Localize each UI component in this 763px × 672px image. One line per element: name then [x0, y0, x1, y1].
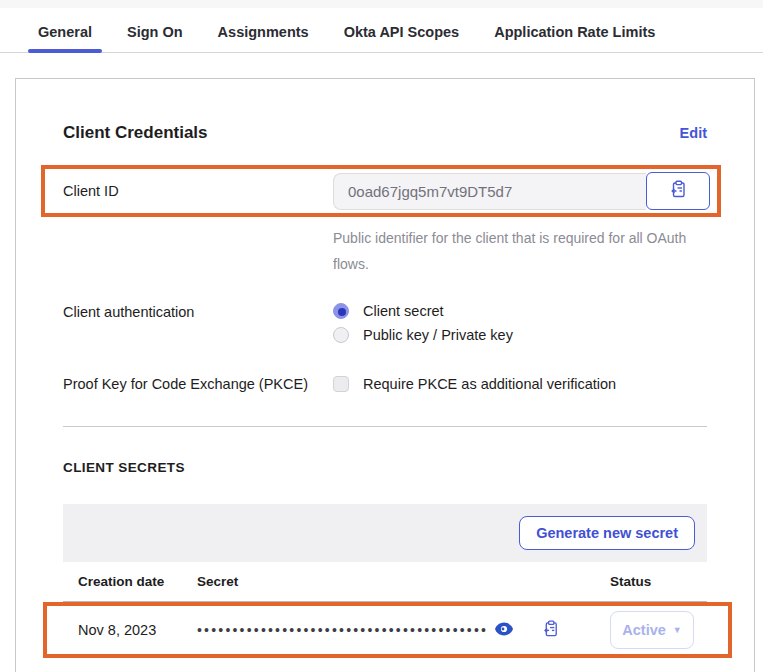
copy-client-id-button[interactable]: [646, 172, 710, 210]
radio-public-private-key-label: Public key / Private key: [363, 327, 513, 343]
table-header-row: Creation date Secret Status: [63, 562, 707, 602]
client-secrets-heading: CLIENT SECRETS: [63, 460, 707, 475]
secret-value-cell: ••••••••••••••••••••••••••••••••••••••••…: [197, 620, 610, 641]
clipboard-copy-icon: [669, 180, 688, 202]
window-top-strip: [0, 0, 763, 8]
pkce-label: Proof Key for Code Exchange (PKCE): [63, 375, 333, 392]
status-label: Active: [622, 622, 666, 638]
client-id-input[interactable]: [333, 173, 646, 210]
eye-icon: [494, 622, 514, 639]
pkce-option[interactable]: Require PKCE as additional verification: [333, 375, 616, 392]
tab-okta-api-scopes[interactable]: Okta API Scopes: [334, 18, 470, 52]
tab-assignments[interactable]: Assignments: [208, 18, 319, 52]
copy-secret-button[interactable]: [542, 620, 560, 641]
header-status: Status: [610, 574, 707, 589]
client-id-help-text: Public identifier for the client that is…: [333, 225, 695, 277]
client-credentials-card: Client Credentials Edit Client ID Public…: [15, 78, 755, 672]
tab-general[interactable]: General: [28, 18, 102, 52]
secret-status-cell: Active ▼: [610, 611, 707, 649]
client-authentication-row: Client authentication Client secret Publ…: [63, 303, 707, 343]
tab-application-rate-limits[interactable]: Application Rate Limits: [484, 18, 665, 52]
client-id-row-highlight: Client ID: [41, 165, 721, 217]
radio-public-private-key[interactable]: [333, 327, 349, 343]
client-id-field-group: [333, 172, 710, 210]
option-public-private-key[interactable]: Public key / Private key: [333, 327, 513, 343]
status-dropdown-button[interactable]: Active ▼: [610, 611, 694, 649]
secret-table-row-highlight: Nov 8, 2023 ••••••••••••••••••••••••••••…: [43, 602, 732, 658]
clipboard-copy-icon: [542, 620, 560, 641]
section-title: Client Credentials: [63, 123, 208, 143]
pkce-row: Proof Key for Code Exchange (PKCE) Requi…: [63, 375, 707, 392]
generate-new-secret-button[interactable]: Generate new secret: [519, 516, 695, 550]
client-id-label: Client ID: [63, 183, 333, 199]
reveal-secret-button[interactable]: [494, 622, 514, 639]
secret-creation-date: Nov 8, 2023: [78, 622, 197, 638]
pkce-checkbox[interactable]: [333, 376, 349, 392]
edit-link[interactable]: Edit: [680, 125, 707, 141]
client-authentication-options: Client secret Public key / Private key: [333, 303, 513, 343]
secrets-toolbar: Generate new secret: [63, 504, 707, 562]
option-client-secret[interactable]: Client secret: [333, 303, 513, 319]
client-secrets-table: Generate new secret Creation date Secret…: [63, 504, 707, 658]
radio-client-secret[interactable]: [333, 303, 349, 319]
header-creation-date: Creation date: [63, 574, 197, 589]
header-secret: Secret: [197, 574, 610, 589]
tab-bar: General Sign On Assignments Okta API Sco…: [0, 8, 763, 53]
chevron-down-icon: ▼: [673, 625, 682, 635]
pkce-checkbox-label: Require PKCE as additional verification: [363, 376, 616, 392]
radio-client-secret-label: Client secret: [363, 303, 444, 319]
masked-secret-value: ••••••••••••••••••••••••••••••••••••••••…: [197, 622, 488, 638]
section-divider: [63, 426, 707, 427]
section-header: Client Credentials Edit: [63, 123, 707, 143]
tab-sign-on[interactable]: Sign On: [117, 18, 193, 52]
client-authentication-label: Client authentication: [63, 303, 333, 343]
